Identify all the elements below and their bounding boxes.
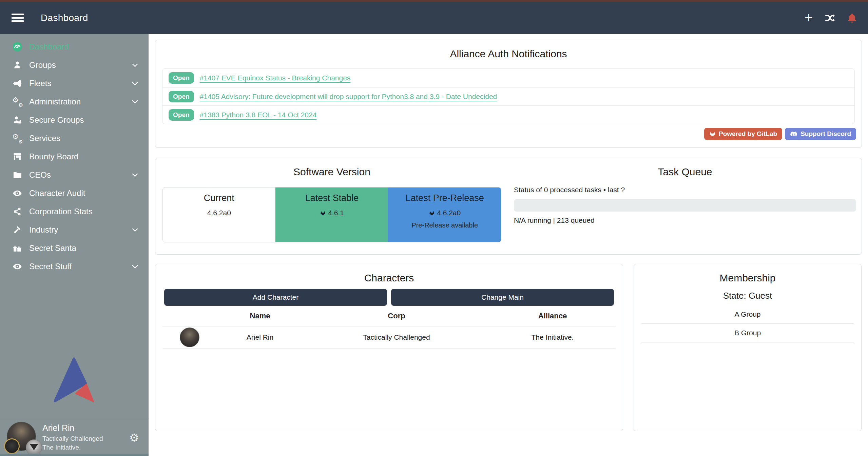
sidebar-item-label: Bounty Board xyxy=(29,152,139,161)
bell-icon[interactable] xyxy=(846,12,858,24)
status-badge: Open xyxy=(169,72,194,84)
character-alliance: The Initiative. xyxy=(490,333,615,341)
notification-link[interactable]: #1407 EVE Equinox Status - Breaking Chan… xyxy=(200,74,351,82)
gauge-icon xyxy=(10,42,24,52)
gitlab-tanuki-icon xyxy=(320,210,326,216)
user-settings-gear-icon[interactable]: ⚙ xyxy=(129,431,139,444)
sidebar-item-label: Dashboard xyxy=(29,42,139,52)
sidebar-item-label: Industry xyxy=(29,225,131,235)
top-navbar: Dashboard + xyxy=(0,2,868,34)
user-lock-icon xyxy=(10,115,24,125)
notifications-card: Alliance Auth Notifications Open #1407 E… xyxy=(155,40,862,148)
version-cell-prerelease: Latest Pre-Release 4.6.2a0 Pre-Release a… xyxy=(388,187,501,242)
notification-row: Open #1383 Python 3.8 EOL - 14 Oct 2024 xyxy=(162,105,854,124)
alliance-auth-logo xyxy=(54,357,95,402)
chevron-down-icon[interactable] xyxy=(131,61,139,69)
add-character-button[interactable]: Add Character xyxy=(164,289,387,306)
corp-logo xyxy=(4,438,20,454)
version-table: Current 4.6.2a0 Latest Stable 4.6.1 Late… xyxy=(162,187,501,242)
chevron-down-icon[interactable] xyxy=(131,79,139,87)
list-item: A Group xyxy=(641,305,854,324)
user-panel: Ariel Rin Tactically Challenged The Init… xyxy=(0,419,149,454)
membership-title: Membership xyxy=(634,272,861,284)
status-badge: Open xyxy=(169,91,194,102)
support-discord-badge[interactable]: Support Discord xyxy=(785,128,856,140)
sidebar-item-label: Fleets xyxy=(29,79,131,88)
task-queue-status: Status of 0 processed tasks • last ? xyxy=(514,186,856,194)
chevron-down-icon[interactable] xyxy=(131,98,139,106)
version-cell-current: Current 4.6.2a0 xyxy=(163,187,275,242)
discord-icon xyxy=(790,131,797,137)
add-icon[interactable]: + xyxy=(803,12,814,24)
gears-icon: ⚙⚙ xyxy=(10,97,24,106)
header-alliance: Alliance xyxy=(490,312,615,320)
membership-groups-list: A Group B Group xyxy=(641,305,854,342)
hammer-icon xyxy=(10,225,24,235)
sidebar-item-label: Services xyxy=(29,134,139,143)
sidebar-item-dashboard[interactable]: Dashboard xyxy=(0,38,149,56)
sidebar-item-label: Groups xyxy=(29,60,131,70)
notification-row: Open #1407 EVE Equinox Status - Breaking… xyxy=(162,69,854,87)
sidebar-item-label: Character Audit xyxy=(29,189,139,198)
eye-icon xyxy=(10,188,24,198)
gitlab-tanuki-icon xyxy=(709,131,716,137)
alliance-logo xyxy=(26,439,42,456)
chevron-down-icon[interactable] xyxy=(131,262,139,271)
page-title: Dashboard xyxy=(41,13,88,23)
chevron-down-icon[interactable] xyxy=(131,171,139,179)
sidebar-item-label: Secure Groups xyxy=(29,115,139,125)
sidebar-item-character-audit[interactable]: Character Audit xyxy=(0,184,149,202)
software-version-panel: Software Version Current 4.6.2a0 Latest … xyxy=(155,158,508,254)
task-queue-panel: Task Queue Status of 0 processed tasks •… xyxy=(508,158,862,254)
eye-icon xyxy=(10,261,24,272)
characters-table: Name Corp Alliance Ariel Rin Tactically … xyxy=(162,306,616,349)
characters-card: Characters Add Character Change Main Nam… xyxy=(155,264,623,431)
sidebar-item-groups[interactable]: Groups xyxy=(0,56,149,74)
user-name: Ariel Rin xyxy=(42,423,103,433)
table-row: Ariel Rin Tactically Challenged The Init… xyxy=(162,326,616,349)
change-main-button[interactable]: Change Main xyxy=(391,289,614,306)
sidebar-item-label: Secret Santa xyxy=(29,243,139,253)
characters-title: Characters xyxy=(155,272,623,284)
version-cell-stable: Latest Stable 4.6.1 xyxy=(275,187,388,242)
membership-card: Membership State: Guest A Group B Group xyxy=(634,264,862,431)
notification-row: Open #1405 Advisory: Future development … xyxy=(162,87,854,105)
store-icon xyxy=(10,152,24,161)
notification-link[interactable]: #1405 Advisory: Future development will … xyxy=(200,93,497,101)
folder-icon xyxy=(10,170,24,180)
sidebar-item-secure-groups[interactable]: Secure Groups xyxy=(0,111,149,129)
task-queue-title: Task Queue xyxy=(508,166,862,178)
sidebar-item-fleets[interactable]: Fleets xyxy=(0,74,149,93)
sidebar-item-services[interactable]: ⚙⚙ Services xyxy=(0,129,149,147)
sidebar-bottom-scrollbar[interactable] xyxy=(0,454,149,456)
sidebar-item-corporation-stats[interactable]: Corporation Stats xyxy=(0,202,149,221)
powered-by-gitlab-badge[interactable]: Powered by GitLab xyxy=(704,128,782,140)
sidebar-item-bounty-board[interactable]: Bounty Board xyxy=(0,147,149,166)
notifications-list: Open #1407 EVE Equinox Status - Breaking… xyxy=(162,68,855,124)
sidebar-item-ceos[interactable]: CEOs xyxy=(0,166,149,184)
character-name: Ariel Rin xyxy=(217,333,303,341)
task-queue-progressbar xyxy=(514,199,856,212)
character-avatar xyxy=(180,328,199,347)
sidebar-item-label: Corporation Stats xyxy=(29,207,139,216)
notifications-title: Alliance Auth Notifications xyxy=(155,48,862,60)
shuffle-icon[interactable] xyxy=(825,12,836,24)
menu-icon[interactable] xyxy=(12,12,24,24)
character-corp: Tactically Challenged xyxy=(303,333,490,341)
sidebar-item-administration[interactable]: ⚙⚙ Administration xyxy=(0,93,149,111)
notification-link[interactable]: #1383 Python 3.8 EOL - 14 Oct 2024 xyxy=(200,111,317,119)
sidebar-item-label: Secret Stuff xyxy=(29,262,131,271)
sidebar-item-secret-santa[interactable]: Secret Santa xyxy=(0,239,149,257)
user-icon xyxy=(10,60,24,70)
user-corp: Tactically Challenged xyxy=(42,435,103,442)
membership-state: State: Guest xyxy=(634,291,861,301)
sidebar-item-industry[interactable]: Industry xyxy=(0,221,149,239)
task-queue-counts: N/A running | 213 queued xyxy=(514,216,856,224)
user-alliance: The Initiative. xyxy=(42,444,103,451)
gifts-icon xyxy=(10,243,24,253)
sidebar-item-label: Administration xyxy=(29,97,131,106)
sidebar-item-secret-stuff[interactable]: Secret Stuff xyxy=(0,257,149,276)
header-name: Name xyxy=(217,312,303,320)
list-item: B Group xyxy=(641,324,854,342)
chevron-down-icon[interactable] xyxy=(131,226,139,234)
